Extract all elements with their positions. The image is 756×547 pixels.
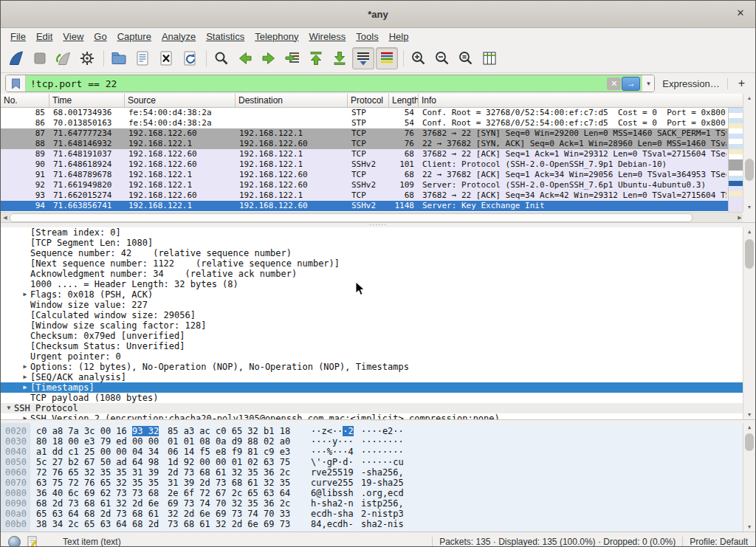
zoom-out-button[interactable] bbox=[431, 47, 453, 69]
scroll-up-icon[interactable]: ▲ bbox=[743, 227, 755, 236]
detail-line[interactable]: ▶[SEQ/ACK analysis] bbox=[1, 372, 755, 382]
hex-bytes-group2[interactable]: 85 a3 ac c0 65 32 b1 18 bbox=[168, 426, 293, 436]
column-header-protocol[interactable]: Protocol bbox=[348, 94, 389, 107]
detail-line[interactable]: ▶SSH Version 2 (encryption:chacha20-poly… bbox=[1, 413, 755, 419]
detail-line[interactable]: [Stream index: 0] bbox=[1, 227, 755, 238]
menu-statistics[interactable]: Statistics bbox=[201, 30, 250, 44]
hex-row-0020[interactable]: 0020c0 a8 7a 3c 00 16 93 3285 a3 ac c0 6… bbox=[1, 426, 755, 436]
hex-bytes-group1[interactable]: c0 a8 7a 3c 00 16 93 32 bbox=[36, 426, 162, 436]
detail-line[interactable]: [Checksum Status: Unverified] bbox=[1, 341, 755, 351]
column-header-info[interactable]: Info bbox=[419, 94, 744, 107]
detail-line[interactable]: 1000 .... = Header Length: 32 bytes (8) bbox=[1, 279, 755, 289]
hex-bytes-group2[interactable]: 69 73 74 70 32 35 36 2c bbox=[168, 498, 293, 509]
packet-row-93[interactable]: 9371.662015274192.168.122.60192.168.122.… bbox=[1, 190, 728, 201]
filter-text[interactable]: !tcp.port == 22 bbox=[26, 78, 606, 89]
capture-options-button[interactable] bbox=[76, 47, 98, 69]
collapsed-icon[interactable]: ▶ bbox=[20, 362, 30, 372]
go-back-button[interactable] bbox=[234, 47, 256, 69]
reload-file-button[interactable] bbox=[179, 47, 201, 69]
packet-list-scrollbar[interactable]: ▲ ▼ bbox=[743, 94, 755, 212]
detail-line[interactable]: [TCP Segment Len: 1080] bbox=[1, 238, 755, 248]
hex-ascii-group2[interactable]: sha2-nis bbox=[361, 519, 404, 529]
bytes-scrollbar[interactable]: ▲ ▼ bbox=[743, 423, 755, 531]
packet-row-85[interactable]: 8568.001734936fe:54:00:d4:38:2aSTP54Conf… bbox=[1, 108, 728, 118]
go-first-button[interactable] bbox=[305, 47, 327, 69]
hex-bytes-group1[interactable]: a1 dd c1 25 00 00 04 34 bbox=[36, 447, 162, 457]
collapsed-icon[interactable]: ▶ bbox=[20, 372, 30, 382]
packet-row-92[interactable]: 9271.661949820192.168.122.1192.168.122.6… bbox=[1, 180, 728, 190]
detail-line[interactable]: Urgent pointer: 0 bbox=[1, 351, 755, 362]
hex-row-00b0[interactable]: 00b038 34 2c 65 63 64 68 2d73 68 61 32 2… bbox=[1, 519, 755, 529]
hex-ascii-group1[interactable]: ····y··· bbox=[311, 436, 355, 447]
detail-line[interactable]: ▼SSH Protocol bbox=[1, 403, 755, 413]
save-file-button[interactable] bbox=[131, 47, 154, 69]
collapsed-icon[interactable]: ▶ bbox=[20, 382, 30, 393]
hex-ascii-group1[interactable]: ··z<···2 bbox=[311, 426, 355, 436]
expression-button[interactable]: Expression… bbox=[659, 78, 722, 89]
hex-ascii-group2[interactable]: ········ bbox=[361, 447, 404, 457]
hex-ascii-group1[interactable]: 6@libssh bbox=[311, 488, 355, 498]
hex-ascii-group2[interactable]: -sha256, bbox=[361, 467, 404, 478]
hex-ascii-group2[interactable]: 19-sha25 bbox=[361, 478, 404, 488]
hex-bytes-group2[interactable]: 1d 92 00 00 01 02 63 75 bbox=[168, 457, 293, 467]
hex-bytes-group2[interactable]: 2e 6f 72 67 2c 65 63 64 bbox=[168, 488, 293, 498]
menu-telephony[interactable]: Telephony bbox=[250, 30, 303, 44]
hex-row-0050[interactable]: 00505c 27 b2 67 50 ad 64 981d 92 00 00 0… bbox=[1, 457, 755, 467]
hex-bytes-group2[interactable]: 06 14 f5 e8 f9 81 c9 e3 bbox=[168, 447, 293, 457]
packet-row-90[interactable]: 9071.648618924192.168.122.60192.168.122.… bbox=[1, 159, 728, 170]
packet-row-91[interactable]: 9171.648789678192.168.122.1192.168.122.6… bbox=[1, 170, 728, 180]
selected-ascii[interactable]: ·2 bbox=[343, 426, 353, 436]
packet-row-89[interactable]: 8971.648191037192.168.122.60192.168.122.… bbox=[1, 149, 728, 159]
column-header-source[interactable]: Source bbox=[125, 94, 236, 107]
detail-line[interactable]: Checksum: 0x79ed [unverified] bbox=[1, 331, 755, 341]
hex-ascii-group2[interactable]: ······cu bbox=[361, 457, 404, 467]
menu-view[interactable]: View bbox=[58, 30, 89, 44]
filter-apply-icon[interactable]: → bbox=[622, 77, 640, 91]
filter-field[interactable]: !tcp.port == 22 ✕ → bbox=[26, 75, 642, 92]
stop-capture-button[interactable] bbox=[29, 47, 51, 69]
open-file-button[interactable] bbox=[108, 47, 130, 69]
menu-help[interactable]: Help bbox=[384, 30, 414, 44]
packet-row-94[interactable]: 9471.663856741192.168.122.1192.168.122.6… bbox=[1, 201, 728, 211]
column-header-time[interactable]: Time bbox=[49, 94, 125, 107]
hex-ascii-group1[interactable]: 84,ecdh- bbox=[311, 519, 355, 529]
add-filter-button[interactable]: + bbox=[732, 77, 751, 90]
column-header-length[interactable]: Length bbox=[389, 94, 419, 107]
column-header-no[interactable]: No. bbox=[1, 94, 49, 107]
hex-ascii-group2[interactable]: .org,ecd bbox=[361, 488, 404, 498]
zoom-in-button[interactable] bbox=[408, 47, 430, 69]
hex-bytes-group2[interactable]: 31 39 2d 73 68 61 32 35 bbox=[168, 478, 293, 488]
filter-bookmark-icon[interactable] bbox=[6, 75, 26, 92]
detail-line[interactable]: Window size value: 227 bbox=[1, 300, 755, 310]
scrollbar-thumb[interactable] bbox=[745, 433, 754, 451]
close-icon[interactable]: ✕ bbox=[735, 7, 746, 19]
hex-ascii-group1[interactable]: ···%···4 bbox=[311, 447, 355, 457]
zoom-original-button[interactable] bbox=[455, 47, 477, 69]
titlebar[interactable]: *any ✕ bbox=[1, 1, 755, 28]
hex-bytes-group1[interactable]: 38 34 2c 65 63 64 68 2d bbox=[36, 519, 162, 529]
resize-columns-button[interactable] bbox=[478, 47, 501, 69]
hex-bytes-group2[interactable]: 32 2d 6e 69 73 74 70 33 bbox=[168, 509, 293, 519]
hex-ascii-group2[interactable]: 2-nistp3 bbox=[361, 509, 404, 519]
collapsed-icon[interactable]: ▶ bbox=[20, 289, 30, 300]
hex-ascii-group2[interactable]: ····e2·· bbox=[361, 426, 404, 436]
hex-ascii-group1[interactable]: rve25519 bbox=[311, 467, 355, 478]
scrollbar-thumb[interactable] bbox=[745, 159, 754, 181]
detail-line[interactable]: ▶[Timestamps] bbox=[1, 382, 755, 393]
hex-bytes-group1[interactable]: 36 40 6c 69 62 73 73 68 bbox=[36, 488, 162, 498]
hscrollbar-thumb[interactable] bbox=[10, 213, 693, 222]
start-capture-button[interactable] bbox=[5, 47, 27, 69]
go-last-button[interactable] bbox=[329, 47, 351, 69]
hex-row-0060[interactable]: 006072 76 65 32 35 35 31 392d 73 68 61 3… bbox=[1, 467, 755, 478]
scrollbar-thumb[interactable] bbox=[745, 239, 754, 269]
hex-bytes-group1[interactable]: 72 76 65 32 35 35 31 39 bbox=[36, 467, 162, 478]
go-to-packet-button[interactable] bbox=[281, 47, 303, 69]
detail-line[interactable]: [Next sequence number: 1122 (relative se… bbox=[1, 258, 755, 269]
hex-row-0090[interactable]: 009068 2d 73 68 61 32 2d 6e69 73 74 70 3… bbox=[1, 498, 755, 509]
hex-row-0040[interactable]: 0040a1 dd c1 25 00 00 04 3406 14 f5 e8 f… bbox=[1, 447, 755, 457]
expanded-icon[interactable]: ▼ bbox=[4, 403, 14, 413]
scroll-left-icon[interactable]: ◀ bbox=[1, 213, 10, 222]
pane-splitter[interactable]: ······ bbox=[1, 222, 755, 227]
column-header-destination[interactable]: Destination bbox=[236, 94, 348, 107]
hex-bytes-group2[interactable]: 73 68 61 32 2d 6e 69 73 bbox=[168, 519, 293, 529]
